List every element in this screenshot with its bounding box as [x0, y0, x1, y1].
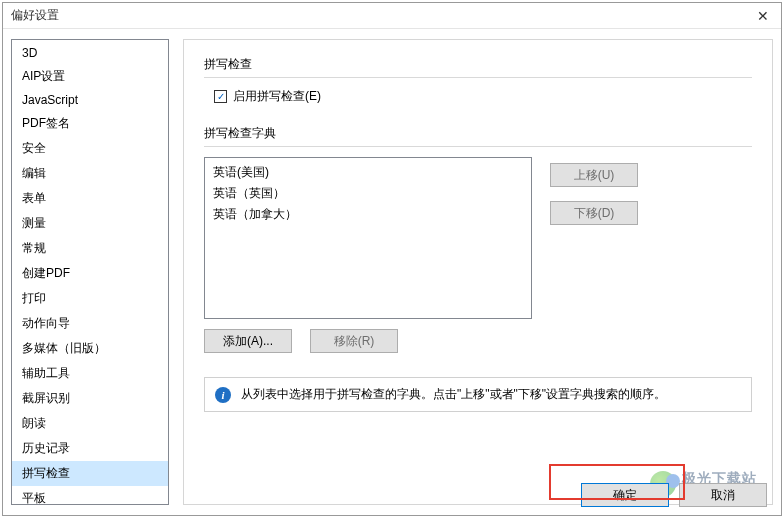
cancel-button[interactable]: 取消	[679, 483, 767, 507]
sidebar-item[interactable]: 动作向导	[12, 311, 168, 336]
dictionary-list[interactable]: 英语(美国)英语（英国）英语（加拿大）	[204, 157, 532, 319]
reorder-buttons: 上移(U) 下移(D)	[550, 157, 638, 319]
remove-button[interactable]: 移除(R)	[310, 329, 398, 353]
sidebar-item[interactable]: 历史记录	[12, 436, 168, 461]
sidebar-item[interactable]: PDF签名	[12, 111, 168, 136]
close-icon[interactable]: ✕	[747, 3, 779, 29]
move-down-button[interactable]: 下移(D)	[550, 201, 638, 225]
sidebar-item[interactable]: 朗读	[12, 411, 168, 436]
add-remove-row: 添加(A)... 移除(R)	[204, 329, 752, 353]
dialog-body: 3DAIP设置JavaScriptPDF签名安全编辑表单测量常规创建PDF打印动…	[3, 29, 781, 515]
sidebar-item[interactable]: 3D	[12, 42, 168, 64]
divider	[204, 77, 752, 78]
sidebar-item[interactable]: 常规	[12, 236, 168, 261]
sidebar-item[interactable]: 测量	[12, 211, 168, 236]
list-item[interactable]: 英语（加拿大）	[211, 204, 525, 225]
sidebar-item[interactable]: 编辑	[12, 161, 168, 186]
section-dictionary-title: 拼写检查字典	[204, 125, 752, 142]
checkbox-icon[interactable]: ✓	[214, 90, 227, 103]
sidebar-item[interactable]: 创建PDF	[12, 261, 168, 286]
sidebar-item[interactable]: 多媒体（旧版）	[12, 336, 168, 361]
ok-button[interactable]: 确定	[581, 483, 669, 507]
enable-spellcheck-label: 启用拼写检查(E)	[233, 88, 321, 105]
titlebar: 偏好设置 ✕	[3, 3, 781, 29]
sidebar-item[interactable]: 安全	[12, 136, 168, 161]
info-text: 从列表中选择用于拼写检查的字典。点击"上移"或者"下移"设置字典搜索的顺序。	[241, 386, 666, 403]
move-up-button[interactable]: 上移(U)	[550, 163, 638, 187]
list-item[interactable]: 英语(美国)	[211, 162, 525, 183]
category-sidebar[interactable]: 3DAIP设置JavaScriptPDF签名安全编辑表单测量常规创建PDF打印动…	[11, 39, 169, 505]
sidebar-item[interactable]: 表单	[12, 186, 168, 211]
sidebar-item[interactable]: 辅助工具	[12, 361, 168, 386]
info-icon: i	[215, 387, 231, 403]
dictionary-area: 英语(美国)英语（英国）英语（加拿大） 上移(U) 下移(D)	[204, 157, 752, 319]
sidebar-item[interactable]: 平板	[12, 486, 168, 505]
dialog-button-bar: 确定 取消	[581, 483, 767, 507]
info-panel: i 从列表中选择用于拼写检查的字典。点击"上移"或者"下移"设置字典搜索的顺序。	[204, 377, 752, 412]
list-item[interactable]: 英语（英国）	[211, 183, 525, 204]
sidebar-item[interactable]: AIP设置	[12, 64, 168, 89]
sidebar-item[interactable]: 拼写检查	[12, 461, 168, 486]
add-button[interactable]: 添加(A)...	[204, 329, 292, 353]
preferences-window: 偏好设置 ✕ 3DAIP设置JavaScriptPDF签名安全编辑表单测量常规创…	[2, 2, 782, 516]
sidebar-item[interactable]: 截屏识别	[12, 386, 168, 411]
sidebar-item[interactable]: 打印	[12, 286, 168, 311]
enable-spellcheck-row[interactable]: ✓ 启用拼写检查(E)	[204, 88, 752, 105]
content-panel: 拼写检查 ✓ 启用拼写检查(E) 拼写检查字典 英语(美国)英语（英国）英语（加…	[183, 39, 773, 505]
divider	[204, 146, 752, 147]
sidebar-item[interactable]: JavaScript	[12, 89, 168, 111]
window-title: 偏好设置	[11, 7, 59, 24]
section-spellcheck-title: 拼写检查	[204, 56, 752, 73]
